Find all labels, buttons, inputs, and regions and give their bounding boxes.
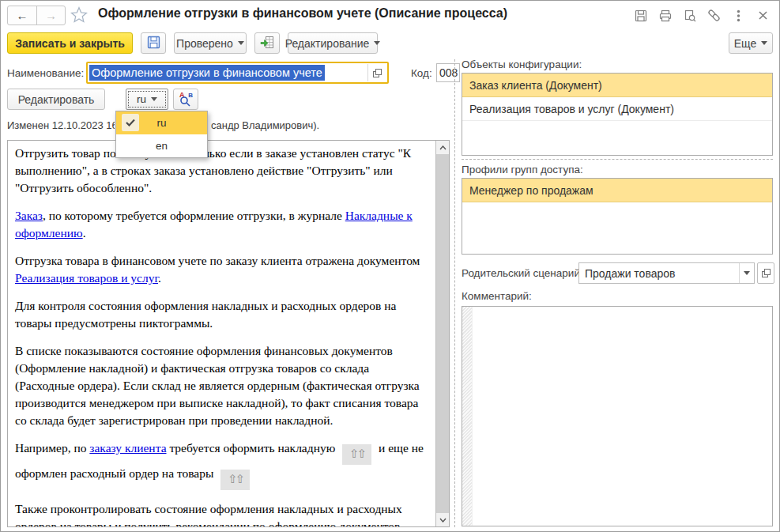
modified-info-suffix: сандр Владимирович). (211, 119, 319, 131)
description-paragraph: Заказ, по которому требуется оформление … (15, 207, 431, 242)
name-open-button[interactable] (367, 64, 386, 81)
editing-dropdown-button[interactable]: Редактирование (288, 32, 378, 54)
chevron-down-icon (744, 271, 750, 275)
page-title: Оформление отгрузки в финансовом учете (… (98, 6, 507, 21)
list-item[interactable]: Реализация товаров и услуг (Документ) (462, 97, 772, 121)
language-combo[interactable]: ru (126, 89, 168, 110)
checked-label: Проверено (176, 37, 233, 50)
more-button[interactable]: Еще (729, 32, 773, 54)
forward-icon[interactable]: → (36, 6, 65, 25)
scroll-down-icon[interactable] (436, 513, 449, 526)
section-divider (462, 159, 773, 160)
scenario-table-icon (260, 36, 274, 51)
description-paragraph: Также проконтролировать состояние оформл… (15, 500, 431, 526)
code-label: Код: (411, 67, 432, 79)
save-icon[interactable] (634, 9, 647, 22)
comment-input[interactable] (462, 306, 773, 526)
document-link[interactable]: заказу клиента (89, 441, 166, 455)
parent-scenario-value: Продажи товаров (579, 267, 739, 280)
access-profiles-label: Профили групп доступа: (462, 164, 583, 175)
shipment-status-icon: ⇧⇧ (220, 470, 250, 490)
access-profiles-list: Менеджер по продажам (462, 178, 773, 255)
link-icon[interactable] (707, 9, 721, 22)
favorite-star-icon[interactable] (70, 6, 88, 26)
floppy-icon (147, 36, 160, 51)
more-label: Еще (734, 37, 757, 50)
description-text: Например, по (15, 441, 89, 455)
description-paragraph: Отгрузить товар по заказу можно только е… (15, 145, 431, 197)
parent-scenario-combo[interactable]: Продажи товаров (578, 262, 755, 284)
spellcheck-button[interactable]: A B (173, 89, 198, 110)
parent-scenario-label: Родительский сценарий: (462, 267, 583, 279)
description-text: Также проконтролировать состояние оформл… (15, 502, 402, 526)
description-paragraph: В списке показываются состояние оформлен… (15, 342, 431, 429)
description-paragraph: Для контроля состояния оформления наклад… (15, 297, 431, 332)
modified-info-prefix: Изменен 12.10.2023 16 (7, 119, 115, 131)
document-link[interactable]: Заказ (15, 209, 43, 222)
description-text: Для контроля состояния оформления наклад… (15, 299, 396, 330)
language-selected: ru (137, 93, 146, 105)
vertical-scrollbar[interactable] (435, 141, 449, 526)
checked-dropdown-button[interactable]: Проверено (174, 32, 247, 54)
shipment-status-icon: ⇧⇧ (342, 444, 371, 465)
description-text: Отгрузить товар по заказу можно только е… (15, 146, 411, 194)
name-value-selected: Оформление отгрузки в финансовом учете (89, 65, 325, 81)
edit-button-label: Редактировать (18, 93, 95, 106)
description-text: Отгрузка товара в финансовом учете по за… (15, 254, 420, 267)
print-icon[interactable] (658, 9, 672, 22)
close-icon[interactable] (756, 9, 770, 22)
language-option-en[interactable]: en (116, 134, 207, 157)
description-editor[interactable]: Отгрузить товар по заказу можно только е… (7, 140, 450, 527)
app-window: ← → Оформление отгрузки в финансовом уче… (0, 0, 780, 532)
language-dropdown-menu: ru en (115, 111, 208, 158)
description-text-area[interactable]: Отгрузить товар по заказу можно только е… (8, 141, 435, 526)
language-option-label: en (156, 140, 168, 152)
chevron-down-icon (151, 97, 157, 101)
comment-label: Комментарий: (462, 290, 532, 302)
panel-splitter[interactable] (454, 59, 455, 527)
config-objects-list: Заказ клиента (Документ) Реализация това… (462, 73, 773, 156)
description-text: . (83, 226, 86, 240)
nav-history-group: ← → (7, 6, 66, 25)
comment-gutter (462, 307, 473, 526)
description-text: В списке показываются состояние оформлен… (15, 344, 420, 427)
save-and-close-label: Записать и закрыть (15, 37, 125, 50)
list-item[interactable]: Заказ клиента (Документ) (462, 74, 772, 97)
preview-icon[interactable] (683, 9, 696, 22)
description-paragraph: Например, по заказу клиента требуется оф… (15, 440, 431, 490)
scroll-up-icon[interactable] (436, 141, 449, 154)
more-dots-icon[interactable] (732, 9, 745, 22)
list-item[interactable]: Менеджер по продажам (462, 179, 772, 202)
editing-label: Редактирование (285, 37, 370, 50)
description-text: требуется оформить накладную (167, 441, 339, 455)
spellcheck-icon: A B (179, 92, 193, 107)
description-text: . (158, 271, 161, 285)
document-link[interactable]: Реализация товаров и услуг (15, 271, 158, 285)
chevron-down-icon (374, 41, 380, 45)
chevron-down-icon (238, 41, 244, 45)
config-objects-label: Объекты конфигурации: (462, 58, 582, 70)
edit-button[interactable]: Редактировать (7, 89, 105, 110)
open-scenario-button[interactable] (254, 32, 280, 54)
titlebar-actions (634, 9, 770, 22)
combo-dropdown-button[interactable] (739, 263, 754, 283)
save-and-close-button[interactable]: Записать и закрыть (7, 32, 133, 54)
write-button[interactable] (141, 32, 166, 54)
description-text: , по которому требуется оформление отгру… (43, 209, 345, 222)
checkmark-icon (122, 114, 139, 131)
code-input[interactable]: 008 (436, 63, 460, 82)
description-paragraph: Отгрузка товара в финансовом учете по за… (15, 252, 431, 287)
name-input[interactable]: Оформление отгрузки в финансовом учете (86, 62, 389, 84)
back-icon[interactable]: ← (8, 6, 36, 25)
language-option-label: ru (156, 117, 166, 129)
parent-scenario-open-button[interactable] (757, 262, 774, 284)
chevron-down-icon (761, 41, 767, 45)
language-option-ru[interactable]: ru (116, 111, 207, 134)
name-label: Наименование: (7, 67, 84, 79)
